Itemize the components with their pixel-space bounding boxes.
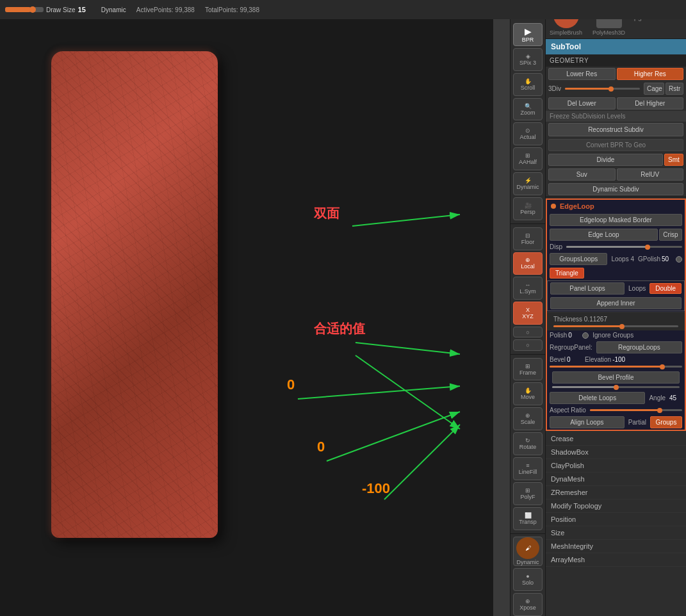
panel-loops-btn[interactable]: Panel Loops xyxy=(550,282,625,295)
top-bar: Draw Size 15 Dynamic ActivePoints: 99,38… xyxy=(0,0,686,19)
convert-bpr-btn[interactable]: Convert BPR To Geo xyxy=(548,139,683,151)
annotation-zero-2: 0 xyxy=(317,439,325,455)
modify-topo-item[interactable]: Modify Topology xyxy=(546,499,686,513)
del-lower-btn[interactable]: Del Lower xyxy=(548,97,616,109)
lower-res-btn[interactable]: Lower Res xyxy=(548,68,616,80)
disp-slider[interactable] xyxy=(566,246,682,248)
edge-loop-btn[interactable]: Edge Loop xyxy=(550,229,658,241)
cage-btn[interactable]: Cage xyxy=(644,83,664,95)
edgeloop-title: EdgeLoop xyxy=(560,202,594,210)
tool-sidebar: ▶ BPR ◈ SPix 3 ✋ Scroll 🔍 Zoom ⊙ Actual … xyxy=(510,19,545,616)
gpolish-label: GPolish xyxy=(638,255,660,263)
disp-row: Disp xyxy=(547,242,685,252)
tool-dynamic[interactable]: ⚡ Dynamic xyxy=(513,172,543,195)
freeze-btn[interactable]: Freeze SubDivision Levels xyxy=(546,111,686,122)
total-points: TotalPoints: 99,388 xyxy=(205,6,259,13)
bevel-profile-slider[interactable] xyxy=(552,386,680,388)
tool-dynamic2[interactable]: 🖌 Dynamic xyxy=(513,537,543,566)
panel-loops-box: Panel Loops Loops Double Append Inner xyxy=(547,280,685,311)
annotation-shuang-mian: 双面 xyxy=(314,205,339,222)
tool-sym1[interactable]: ○ xyxy=(513,327,543,337)
double-btn[interactable]: Double xyxy=(649,283,682,294)
tool-zoom[interactable]: 🔍 Zoom xyxy=(513,98,543,121)
partial-label: Partial xyxy=(628,419,646,426)
tool-sym2[interactable]: ○ xyxy=(513,339,543,350)
higher-res-btn[interactable]: Higher Res xyxy=(617,68,684,80)
svg-line-6 xyxy=(355,355,460,429)
append-inner-btn[interactable]: Append Inner xyxy=(550,297,682,309)
smt-btn[interactable]: Smt xyxy=(664,154,683,166)
tool-aahalf[interactable]: ⊞ AAHalf xyxy=(513,147,543,170)
dynamic-subdiv-btn[interactable]: Dynamic Subdiv xyxy=(548,183,683,195)
bevel-profile-slider-row xyxy=(550,385,682,389)
gpolish-toggle[interactable] xyxy=(676,256,682,263)
aspect-ratio-label: Aspect Ratio xyxy=(550,407,586,414)
suv-btn[interactable]: Suv xyxy=(548,168,616,181)
position-item[interactable]: Position xyxy=(546,513,686,526)
align-loops-btn[interactable]: Align Loops xyxy=(550,416,625,428)
model-container xyxy=(51,51,243,570)
svg-line-2 xyxy=(355,343,460,354)
mesh-integrity-item[interactable]: MeshIntegrity xyxy=(546,540,686,553)
divide-btn[interactable]: Divide xyxy=(548,154,663,166)
bevel-profile-row: Bevel Profile xyxy=(547,369,685,391)
tool-xpose[interactable]: ⊕ Xpose xyxy=(513,593,543,616)
annotation-zero-1: 0 xyxy=(287,377,295,393)
edgeloop-masked-row: Edgeloop Masked Border xyxy=(547,213,685,227)
tool-linefill[interactable]: ≡ LineFill xyxy=(513,457,543,480)
bevel-profile-btn[interactable]: Bevel Profile xyxy=(552,371,680,384)
reluv-btn[interactable]: RelUV xyxy=(617,168,684,181)
zremesher-item[interactable]: ZRemesher xyxy=(546,486,686,499)
groups-loops-row: GroupsLoops Loops 4 GPolish 50 xyxy=(547,252,685,266)
elevation-slider[interactable] xyxy=(550,366,682,368)
suv-row: Suv RelUV xyxy=(546,167,686,182)
aspect-ratio-slider[interactable] xyxy=(590,409,682,411)
elevation-value: -100 xyxy=(612,356,625,363)
shadowbox-item[interactable]: ShadowBox xyxy=(546,446,686,459)
reconstruct-btn[interactable]: Reconstruct Subdiv xyxy=(548,123,683,136)
groups-loops-btn[interactable]: GroupsLoops xyxy=(550,253,607,265)
tool-scroll[interactable]: ✋ Scroll xyxy=(513,73,543,96)
tool-local[interactable]: ⊕ Local xyxy=(513,252,543,275)
tool-polyf[interactable]: ⊞ PolyF xyxy=(513,482,543,505)
tool-actual[interactable]: ⊙ Actual xyxy=(513,122,543,145)
tool-persp[interactable]: 🎥 Persp xyxy=(513,197,543,220)
tool-lsym[interactable]: ↔ L.Sym xyxy=(513,277,543,300)
tool-spix[interactable]: ◈ SPix 3 xyxy=(513,48,543,71)
polish-toggle[interactable] xyxy=(582,332,589,339)
tool-frame[interactable]: ⊞ Frame xyxy=(513,358,543,381)
rstr-btn[interactable]: Rstr xyxy=(666,83,683,95)
tool-transp[interactable]: ⬜ Transp xyxy=(513,507,543,530)
bevel-label: Bevel xyxy=(550,356,566,363)
crease-item[interactable]: Crease xyxy=(546,432,686,446)
clay-polish-item[interactable]: ClayPolish xyxy=(546,459,686,473)
div-slider[interactable] xyxy=(565,88,640,90)
triangle-btn[interactable]: Triangle xyxy=(550,268,584,279)
append-inner-row: Append Inner xyxy=(548,296,684,311)
crisp-btn[interactable]: Crisp xyxy=(659,229,682,241)
delete-loops-btn[interactable]: Delete Loops xyxy=(550,392,645,404)
regroup-loops-btn[interactable]: RegroupLoops xyxy=(596,341,682,353)
tool-bpr[interactable]: ▶ BPR xyxy=(513,23,543,46)
edgeloop-masked-btn[interactable]: Edgeloop Masked Border xyxy=(550,214,682,226)
elevation-label: Elevation xyxy=(585,356,611,363)
tool-floor[interactable]: ⊟ Floor xyxy=(513,227,543,250)
size-item[interactable]: Size xyxy=(546,526,686,540)
panel-loops-header: Panel Loops Loops Double xyxy=(548,281,684,296)
tool-move[interactable]: ✋ Move xyxy=(513,382,543,405)
array-mesh-item[interactable]: ArrayMesh xyxy=(546,553,686,567)
groups-btn[interactable]: Groups xyxy=(650,416,682,428)
thickness-label: Thickness 0.11267 xyxy=(553,316,607,323)
edge-loop-row: Edge Loop Crisp xyxy=(547,227,685,242)
gpolish-value: 50 xyxy=(662,255,674,263)
dyna-mesh-item[interactable]: DynaMesh xyxy=(546,473,686,486)
tool-xyz[interactable]: X XYZ xyxy=(513,302,543,325)
tool-rotate[interactable]: ↻ Rotate xyxy=(513,432,543,455)
del-higher-btn[interactable]: Del Higher xyxy=(617,97,684,109)
elevation-slider-row xyxy=(547,364,685,369)
tool-solo[interactable]: ● Solo xyxy=(513,568,543,591)
poly-mesh-label: PolyMesh3D xyxy=(592,29,625,36)
annotation-neg100: -100 xyxy=(362,480,390,497)
thickness-slider[interactable] xyxy=(553,325,678,327)
tool-scale[interactable]: ⊕ Scale xyxy=(513,407,543,430)
